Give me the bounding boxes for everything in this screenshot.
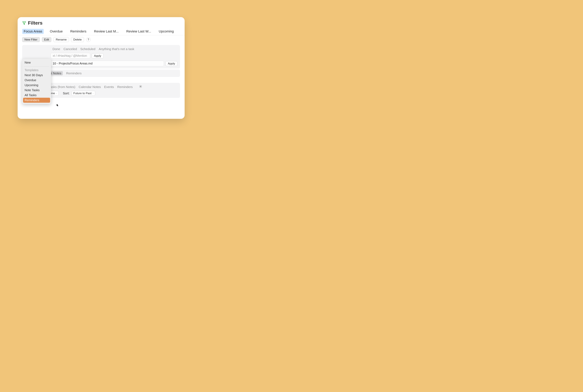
dropdown-item-overdue[interactable]: Overdue (22, 78, 51, 83)
pill-scheduled[interactable]: Scheduled (80, 47, 95, 51)
edit-button[interactable]: Edit (42, 37, 52, 42)
path-input[interactable] (51, 61, 164, 66)
path-apply-button[interactable]: Apply (165, 61, 177, 66)
dropdown-divider (24, 66, 49, 66)
page-title: Filters (28, 20, 43, 26)
cursor-icon (56, 104, 59, 107)
tab-review-last-w[interactable]: Review Last W... (125, 29, 153, 34)
tab-focus-areas[interactable]: Focus Areas (22, 29, 44, 34)
search-input[interactable] (51, 53, 90, 58)
filters-window: Filters Focus Areas Overdue Reminders Re… (18, 17, 185, 119)
dropdown-item-note-tasks[interactable]: Note Tasks (22, 88, 51, 93)
chevron-down-icon: ⌵ (56, 92, 57, 94)
dropdown-item-next-30-days[interactable]: Next 30 Days (22, 73, 51, 78)
tabs-bar: Focus Areas Overdue Reminders Review Las… (18, 27, 185, 35)
search-row: Apply (25, 53, 177, 58)
dropdown-item-reminders[interactable]: Reminders (23, 98, 50, 103)
delete-button[interactable]: Delete (71, 37, 84, 42)
svg-point-0 (140, 86, 141, 87)
filter-icon (22, 21, 26, 25)
dropdown-item-upcoming[interactable]: Upcoming (22, 83, 51, 88)
chevron-down-icon: ⌵ (93, 92, 94, 94)
dropdown-templates-header: Templates (22, 68, 51, 73)
pill-r-notes[interactable]: r Notes (50, 71, 63, 76)
pill-anything[interactable]: Anything that's not a task (99, 47, 134, 51)
rename-button[interactable]: Rename (54, 37, 69, 42)
pill-calendar-notes[interactable]: Calendar Notes (79, 85, 101, 89)
new-filter-dropdown[interactable]: New Templates Next 30 Days Overdue Upcom… (22, 59, 51, 104)
dropdown-item-all-tasks[interactable]: All Tasks (22, 93, 51, 98)
pill-undated-reminders[interactable]: Reminders (66, 72, 82, 75)
status-pill-row: Done Canceled Scheduled Anything that's … (25, 47, 177, 51)
pill-source-reminders[interactable]: Reminders (117, 85, 133, 89)
tab-upcoming[interactable]: Upcoming (157, 29, 175, 34)
help-button[interactable]: ? (86, 37, 91, 42)
sort-select[interactable]: Future to Past ⌵ (72, 91, 95, 96)
tab-reminders[interactable]: Reminders (69, 29, 88, 34)
pill-canceled[interactable]: Canceled (64, 47, 77, 51)
tab-overdue[interactable]: Overdue (48, 29, 64, 34)
header: Filters (18, 17, 185, 27)
toolbar: New Filter Edit Rename Delete ? (18, 35, 185, 44)
new-filter-button[interactable]: New Filter (22, 37, 40, 42)
pill-done[interactable]: Done (53, 47, 60, 51)
dropdown-item-new[interactable]: New (22, 60, 51, 65)
sort-value: Future to Past (73, 92, 91, 95)
sort-label: Sort: (63, 92, 70, 95)
tab-review-last-m[interactable]: Review Last M... (93, 29, 120, 34)
gear-icon (139, 85, 142, 88)
pill-events[interactable]: Events (104, 85, 114, 89)
search-apply-button[interactable]: Apply (92, 54, 104, 58)
settings-button[interactable] (139, 85, 142, 89)
